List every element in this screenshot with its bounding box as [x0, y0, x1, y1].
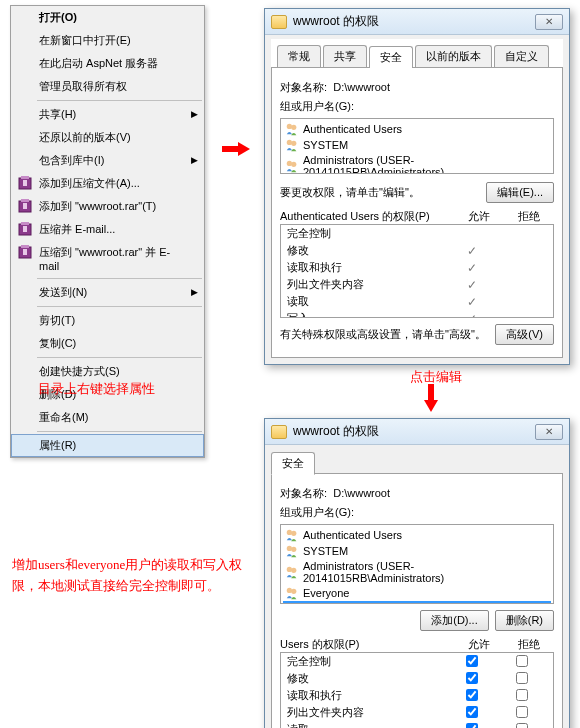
close-button[interactable]: ✕ [535, 424, 563, 440]
ctx-prev-versions[interactable]: 还原以前的版本(V) [11, 126, 204, 149]
permissions-dialog: wwwroot 的权限 ✕ 安全 对象名称: D:\wwwroot 组或用户名(… [264, 418, 570, 728]
user-admins[interactable]: Administrators (USER-20141015RB\Administ… [283, 153, 551, 174]
user-admins[interactable]: Administrators (USER-20141015RB\Administ… [283, 559, 551, 585]
ctx-share[interactable]: 共享(H)▶ [11, 103, 204, 126]
perm-readexec: 读取和执行 [281, 687, 553, 704]
deny-checkbox[interactable] [516, 672, 528, 684]
ctx-rename[interactable]: 重命名(M) [11, 406, 204, 429]
ctx-compress-email[interactable]: 压缩并 E-mail... [11, 218, 204, 241]
permission-table: 完全控制 修改 读取和执行 列出文件夹内容 读取 [280, 652, 554, 728]
ctx-aspnet[interactable]: 在此启动 AspNet 服务器 [11, 52, 204, 75]
user-authenticated[interactable]: Authenticated Users [283, 121, 551, 137]
object-path: D:\wwwroot [333, 81, 390, 93]
svg-rect-7 [21, 222, 29, 225]
ctx-add-wwwroot[interactable]: 添加到 "wwwroot.rar"(T) [11, 195, 204, 218]
group-users-label: 组或用户名(G): [280, 99, 554, 114]
check-icon: ✓ [447, 295, 497, 309]
user-authenticated[interactable]: Authenticated Users [283, 527, 551, 543]
svg-point-14 [287, 140, 292, 145]
tab-security[interactable]: 安全 [271, 452, 315, 475]
advanced-button[interactable]: 高级(V) [495, 324, 554, 345]
allow-checkbox[interactable] [466, 672, 478, 684]
tab-security[interactable]: 安全 [369, 46, 413, 68]
svg-rect-8 [23, 226, 27, 232]
col-deny: 拒绝 [504, 637, 554, 652]
svg-point-22 [287, 567, 292, 572]
svg-point-17 [291, 162, 296, 167]
allow-checkbox[interactable] [466, 689, 478, 701]
adv-hint: 有关特殊权限或高级设置，请单击"高级"。 [280, 327, 495, 342]
separator [37, 357, 202, 358]
group-users-label: 组或用户名(G): [280, 505, 554, 520]
deny-checkbox[interactable] [516, 706, 528, 718]
users-icon [285, 602, 299, 604]
col-allow: 允许 [454, 637, 504, 652]
close-button[interactable]: ✕ [535, 14, 563, 30]
user-system[interactable]: SYSTEM [283, 543, 551, 559]
chevron-right-icon: ▶ [191, 287, 198, 297]
tab-share[interactable]: 共享 [323, 45, 367, 67]
perm-modify: 修改 [281, 670, 553, 687]
perm-full: 完全控制 [281, 225, 553, 242]
perm-write: 写入✓ [281, 310, 553, 317]
arrow-right-icon [222, 142, 252, 156]
svg-rect-10 [21, 245, 29, 248]
perm-read: 读取 [281, 721, 553, 728]
tab-row: 常规 共享 安全 以前的版本 自定义 [271, 39, 563, 68]
dialog-body: 对象名称: D:\wwwroot 组或用户名(G): Authenticated… [271, 473, 563, 728]
ctx-open-new-window[interactable]: 在新窗口中打开(E) [11, 29, 204, 52]
svg-point-16 [287, 161, 292, 166]
tab-custom[interactable]: 自定义 [494, 45, 549, 67]
winrar-icon [17, 244, 33, 260]
deny-checkbox[interactable] [516, 655, 528, 667]
user-list[interactable]: Authenticated Users SYSTEM Administrator… [280, 524, 554, 604]
object-label: 对象名称: [280, 81, 327, 93]
svg-point-20 [287, 546, 292, 551]
ctx-send-to[interactable]: 发送到(N)▶ [11, 281, 204, 304]
svg-rect-11 [23, 249, 27, 255]
check-icon: ✓ [447, 244, 497, 258]
deny-checkbox[interactable] [516, 723, 528, 729]
users-icon [285, 544, 299, 558]
user-everyone[interactable]: Everyone [283, 585, 551, 601]
svg-point-13 [291, 125, 296, 130]
users-icon [285, 528, 299, 542]
svg-rect-5 [23, 203, 27, 209]
perm-listfolder: 列出文件夹内容✓ [281, 276, 553, 293]
ctx-cut[interactable]: 剪切(T) [11, 309, 204, 332]
perm-header: Users 的权限(P) [280, 637, 454, 652]
ctx-add-archive[interactable]: 添加到压缩文件(A)... [11, 172, 204, 195]
ctx-properties[interactable]: 属性(R) [11, 434, 204, 457]
allow-checkbox[interactable] [466, 706, 478, 718]
permission-table: 完全控制 修改✓ 读取和执行✓ 列出文件夹内容✓ 读取✓ 写入✓ [280, 224, 554, 318]
add-button[interactable]: 添加(D)... [420, 610, 488, 631]
svg-point-18 [287, 530, 292, 535]
user-list[interactable]: Authenticated Users SYSTEM Administrator… [280, 118, 554, 174]
winrar-icon [17, 198, 33, 214]
svg-point-19 [291, 531, 296, 536]
separator [37, 306, 202, 307]
ctx-compress-wwwroot-email[interactable]: 压缩到 "wwwroot.rar" 并 E-mail [11, 241, 204, 276]
ctx-include-library[interactable]: 包含到库中(I)▶ [11, 149, 204, 172]
user-system[interactable]: SYSTEM [283, 137, 551, 153]
users-icon [285, 565, 299, 579]
edit-button[interactable]: 编辑(E)... [486, 182, 554, 203]
deny-checkbox[interactable] [516, 689, 528, 701]
object-path: D:\wwwroot [333, 487, 390, 499]
user-users-selected[interactable]: Users (USER-20141015RB\Users) [283, 601, 551, 604]
svg-point-15 [291, 141, 296, 146]
ctx-copy[interactable]: 复制(C) [11, 332, 204, 355]
perm-modify: 修改✓ [281, 242, 553, 259]
allow-checkbox[interactable] [466, 723, 478, 729]
ctx-open[interactable]: 打开(O) [11, 6, 204, 29]
object-label: 对象名称: [280, 487, 327, 499]
check-icon: ✓ [447, 312, 497, 318]
winrar-icon [17, 175, 33, 191]
tab-prev[interactable]: 以前的版本 [415, 45, 492, 67]
remove-button[interactable]: 删除(R) [495, 610, 554, 631]
allow-checkbox[interactable] [466, 655, 478, 667]
users-icon [285, 138, 299, 152]
ctx-admin-own[interactable]: 管理员取得所有权 [11, 75, 204, 98]
tab-general[interactable]: 常规 [277, 45, 321, 67]
edit-hint: 要更改权限，请单击"编辑"。 [280, 185, 486, 200]
